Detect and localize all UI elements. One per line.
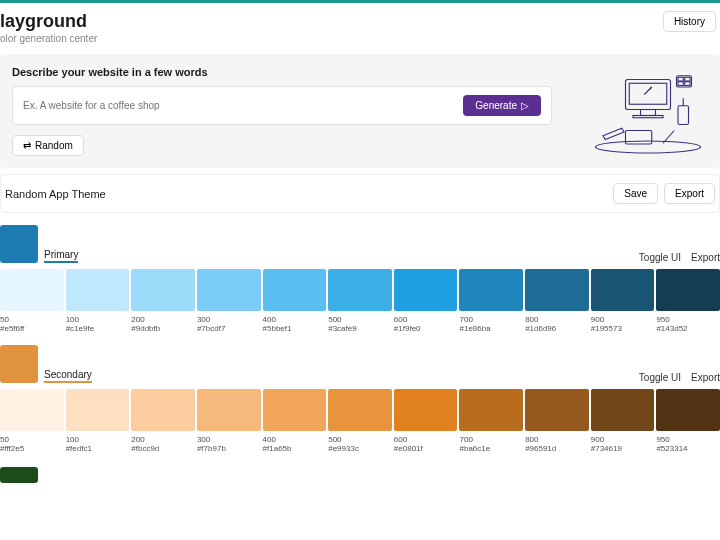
swatch-step: 800 (525, 435, 589, 444)
swatch-step: 300 (197, 315, 261, 324)
svg-rect-7 (685, 77, 690, 81)
swatch-step: 600 (394, 315, 458, 324)
svg-rect-3 (641, 110, 656, 116)
swatch[interactable]: 800#1d6d96 (525, 269, 589, 333)
swatch-step: 500 (328, 435, 392, 444)
swatch[interactable]: 300#f7b97b (197, 389, 261, 453)
swatch-hex: #195573 (591, 324, 655, 333)
swatch-step: 50 (0, 315, 64, 324)
swatch-step: 50 (0, 435, 64, 444)
send-icon: ▷ (521, 100, 529, 111)
swatch-step: 200 (131, 315, 195, 324)
swatch[interactable]: 900#195573 (591, 269, 655, 333)
swatch[interactable]: 400#f1a65b (263, 389, 327, 453)
svg-rect-10 (678, 106, 689, 125)
history-button[interactable]: History (663, 11, 716, 32)
palette-name: Primary (44, 249, 78, 263)
toggle-ui-button[interactable]: Toggle UI (639, 252, 681, 263)
save-button[interactable]: Save (613, 183, 658, 204)
swatch-hex: #96591d (525, 444, 589, 453)
swatch[interactable]: 950#143d52 (656, 269, 720, 333)
swatch-hex: #e9933c (328, 444, 392, 453)
theme-bar: Random App Theme Save Export (0, 174, 720, 213)
swatch-hex: #fbcc9d (131, 444, 195, 453)
page-title: layground (0, 11, 97, 32)
swatch-step: 500 (328, 315, 392, 324)
export-button[interactable]: Export (664, 183, 715, 204)
swatch[interactable]: 950#523314 (656, 389, 720, 453)
swatch-hex: #1d6d96 (525, 324, 589, 333)
swatch-step: 100 (66, 435, 130, 444)
swatch-hex: #143d52 (656, 324, 720, 333)
swatch[interactable]: 700#1e86ba (459, 269, 523, 333)
svg-rect-2 (629, 83, 667, 104)
swatch[interactable]: 900#734619 (591, 389, 655, 453)
prompt-panel: Describe your website in a few words Gen… (0, 54, 720, 168)
swatch-hex: #fff2e5 (0, 444, 64, 453)
swatch-step: 900 (591, 435, 655, 444)
swatch-step: 400 (263, 315, 327, 324)
random-button[interactable]: ⇄ Random (12, 135, 84, 156)
swatch-step: 200 (131, 435, 195, 444)
swatch[interactable]: 100#c1e9fe (66, 269, 130, 333)
swatch-step: 300 (197, 435, 261, 444)
swatch-hex: #fedfc1 (66, 444, 130, 453)
swatch-step: 700 (459, 315, 523, 324)
palette-export-button[interactable]: Export (691, 372, 720, 383)
illustration (588, 62, 708, 157)
svg-point-0 (596, 141, 701, 153)
swatch[interactable]: 100#fedfc1 (66, 389, 130, 453)
swatch-hex: #1e86ba (459, 324, 523, 333)
swatch-hex: #523314 (656, 444, 720, 453)
swatch-hex: #5bbef1 (263, 324, 327, 333)
swatch[interactable]: 400#5bbef1 (263, 269, 327, 333)
svg-rect-4 (633, 116, 663, 118)
palette-name: Secondary (44, 369, 92, 383)
swatch[interactable]: 600#e0801f (394, 389, 458, 453)
swatch-step: 950 (656, 315, 720, 324)
swatch-hex: #c1e9fe (66, 324, 130, 333)
swatch-step: 100 (66, 315, 130, 324)
swatch[interactable]: 50#e5f6ff (0, 269, 64, 333)
swatch-step: 950 (656, 435, 720, 444)
swatch-hex: #3cafe9 (328, 324, 392, 333)
swatch-hex: #f1a65b (263, 444, 327, 453)
svg-rect-8 (678, 82, 683, 86)
swatch[interactable]: 50#fff2e5 (0, 389, 64, 453)
swatch-hex: #f7b97b (197, 444, 261, 453)
swatch[interactable]: 300#7bcdf7 (197, 269, 261, 333)
swatch[interactable]: 200#fbcc9d (131, 389, 195, 453)
swatch-hex: #e0801f (394, 444, 458, 453)
page-subtitle: olor generation center (0, 33, 97, 44)
palette-export-button[interactable]: Export (691, 252, 720, 263)
swatch-step: 400 (263, 435, 327, 444)
swatch[interactable]: 500#e9933c (328, 389, 392, 453)
swatch[interactable]: 500#3cafe9 (328, 269, 392, 333)
svg-rect-6 (678, 77, 683, 81)
palette-key-swatch[interactable] (0, 225, 38, 263)
swatch-hex: #1f9fe0 (394, 324, 458, 333)
swatch-hex: #e5f6ff (0, 324, 64, 333)
generate-button[interactable]: Generate ▷ (463, 95, 541, 116)
next-palette-key-swatch[interactable] (0, 467, 38, 483)
swatch[interactable]: 600#1f9fe0 (394, 269, 458, 333)
shuffle-icon: ⇄ (23, 140, 31, 151)
swatch-step: 600 (394, 435, 458, 444)
swatch[interactable]: 800#96591d (525, 389, 589, 453)
prompt-input[interactable] (23, 100, 463, 111)
svg-rect-9 (685, 82, 690, 86)
swatch-hex: #9ddbfb (131, 324, 195, 333)
swatch-step: 900 (591, 315, 655, 324)
swatch-hex: #734619 (591, 444, 655, 453)
swatch[interactable]: 200#9ddbfb (131, 269, 195, 333)
swatch-hex: #ba6c1e (459, 444, 523, 453)
swatch-step: 700 (459, 435, 523, 444)
svg-rect-12 (626, 131, 652, 145)
swatch-step: 800 (525, 315, 589, 324)
palette-key-swatch[interactable] (0, 345, 38, 383)
svg-rect-1 (626, 80, 671, 110)
theme-name: Random App Theme (5, 188, 106, 200)
swatch-hex: #7bcdf7 (197, 324, 261, 333)
toggle-ui-button[interactable]: Toggle UI (639, 372, 681, 383)
swatch[interactable]: 700#ba6c1e (459, 389, 523, 453)
